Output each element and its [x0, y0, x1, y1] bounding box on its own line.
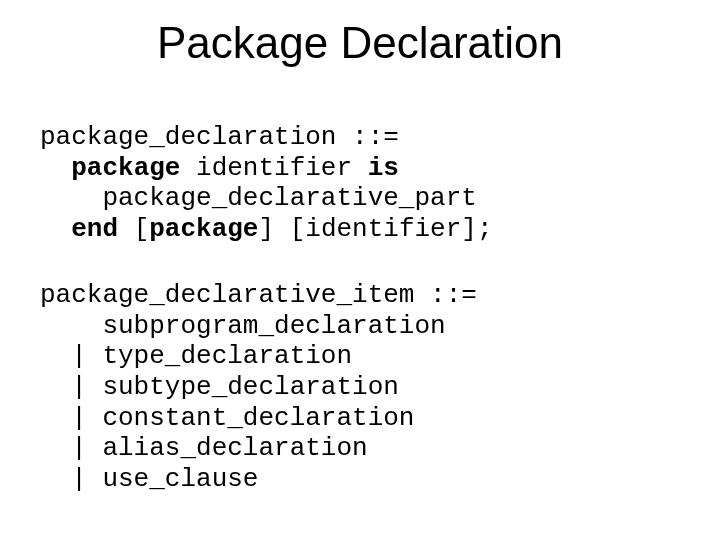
keyword-end: end	[71, 214, 118, 244]
grammar-line: package_declarative_part	[40, 183, 477, 213]
grammar-line: package_declaration ::=	[40, 122, 399, 152]
grammar-block-package-declaration: package_declaration ::= package identifi…	[40, 122, 493, 245]
grammar-line: | constant_declaration	[40, 403, 414, 433]
slide-title: Package Declaration	[0, 18, 720, 68]
grammar-text: [	[118, 214, 149, 244]
keyword-is: is	[368, 153, 399, 183]
slide: Package Declaration package_declaration …	[0, 0, 720, 540]
grammar-line: | use_clause	[40, 464, 258, 494]
grammar-line: | alias_declaration	[40, 433, 368, 463]
keyword-package: package	[71, 153, 180, 183]
grammar-text: ] [identifier];	[258, 214, 492, 244]
grammar-line: package_declarative_item ::=	[40, 280, 477, 310]
grammar-line: subprogram_declaration	[40, 311, 446, 341]
grammar-line: | subtype_declaration	[40, 372, 399, 402]
grammar-text: identifier	[180, 153, 367, 183]
grammar-indent	[40, 214, 71, 244]
grammar-block-declarative-item: package_declarative_item ::= subprogram_…	[40, 280, 477, 495]
grammar-line: | type_declaration	[40, 341, 352, 371]
keyword-package: package	[149, 214, 258, 244]
grammar-indent	[40, 153, 71, 183]
